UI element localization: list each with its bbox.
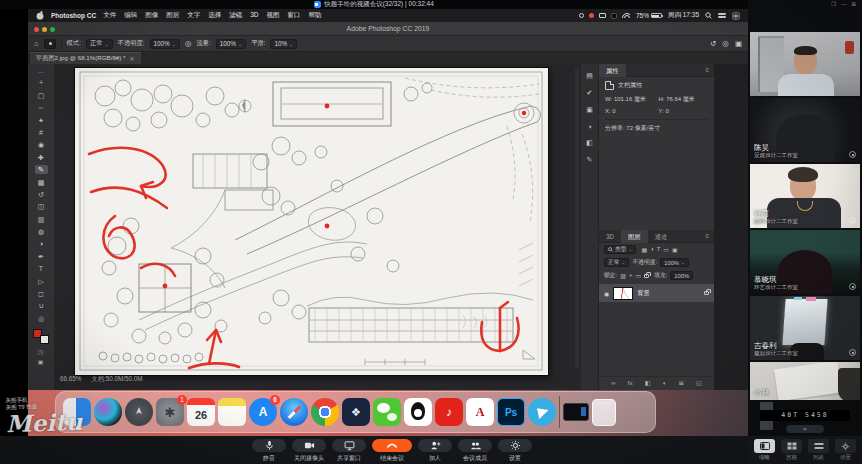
menubar-app-name[interactable]: Photoshop CC <box>51 12 96 19</box>
eraser-tool[interactable]: ◫ <box>35 202 48 211</box>
document-tab[interactable]: 平面图2.jpg @ 68.1%(RGB/8#) * ✕ <box>30 52 141 64</box>
smoothing-select[interactable]: 10%⌄ <box>270 39 297 49</box>
color-panel-icon[interactable]: ▤ <box>586 72 593 80</box>
tab-通道[interactable]: 通道 <box>648 230 675 243</box>
meeting-app-icon[interactable] <box>589 13 594 18</box>
share-screen-button[interactable]: 共享窗口 <box>332 439 366 463</box>
screen-mode-icon[interactable]: ▣ <box>38 358 45 365</box>
menu-3D[interactable]: 3D <box>250 11 258 20</box>
brush-tool[interactable]: ✎ <box>35 165 48 174</box>
participant-video-6[interactable]: 小林 <box>750 362 860 400</box>
menu-帮助[interactable]: 帮助 <box>308 11 321 20</box>
quick-select-tool[interactable]: ✦ <box>35 116 48 125</box>
new-layer-icon[interactable]: ⊞ <box>679 379 684 386</box>
adjustments-panel-icon[interactable]: ✔ <box>587 89 593 97</box>
type-layer-filter-icon[interactable]: T <box>657 246 661 253</box>
search-tool-icon[interactable]: ◎ <box>722 39 729 48</box>
color-swatches[interactable] <box>33 329 49 344</box>
history-brush-tool[interactable]: ↺ <box>35 190 48 199</box>
view-mode-grid[interactable]: 宫格 <box>781 439 802 464</box>
menu-图层[interactable]: 图层 <box>166 11 179 20</box>
mute-button[interactable]: 静音 <box>252 439 286 463</box>
lock-all-icon[interactable] <box>644 274 649 278</box>
zoom-level[interactable]: 66.65% <box>60 375 81 384</box>
mode-select[interactable]: 正常⌄ <box>86 39 113 49</box>
tab-properties[interactable]: 属性 <box>599 64 626 77</box>
menubar-clock[interactable]: 周四 17:35 <box>668 11 699 20</box>
layout-icon[interactable]: ❐ <box>831 1 836 7</box>
dodge-tool[interactable]: ◑ <box>35 239 48 248</box>
lock-artboard-icon[interactable]: ▭ <box>635 272 641 279</box>
menu-滤镜[interactable]: 滤镜 <box>229 11 242 20</box>
layer-opacity-select[interactable]: 100%⌄ <box>660 258 689 267</box>
quick-mask-icon[interactable]: ◳ <box>38 348 45 355</box>
adjustment-icon[interactable]: ◐ <box>663 380 667 386</box>
adjustment-layer-filter-icon[interactable]: ◑ <box>650 246 654 253</box>
lock-position-icon[interactable]: + <box>629 272 633 279</box>
view-mode-list[interactable]: 列表 <box>808 439 829 464</box>
rotate-view-icon[interactable]: ↺ <box>710 39 716 48</box>
members-button[interactable]: 会议成员 <box>458 439 492 463</box>
link-layers-icon[interactable]: ∞ <box>611 380 615 386</box>
background-color-swatch[interactable] <box>40 335 49 344</box>
shape-tool[interactable]: ◻ <box>35 289 48 298</box>
crop-tool[interactable]: # <box>35 128 48 137</box>
participant-video-4[interactable]: 慕晓琪环艺设计二工作室 <box>750 230 860 294</box>
dock-minimized-window[interactable] <box>563 403 589 421</box>
dock-autocad[interactable]: A <box>466 398 494 426</box>
vertical-scrollbar[interactable] <box>575 68 579 368</box>
input-method-badge[interactable]: 中 <box>732 12 740 20</box>
clone-source-panel-icon[interactable]: ◑ <box>587 123 591 130</box>
dock-chrome[interactable] <box>311 398 339 426</box>
dock-netease-music[interactable] <box>435 398 463 426</box>
dock-siri[interactable] <box>94 398 122 426</box>
end-meeting-button[interactable]: 结束会议 <box>372 439 412 463</box>
layer-filter-select[interactable]: 类型⌄ <box>604 245 636 254</box>
libraries-panel-icon[interactable]: ▣ <box>586 106 593 114</box>
pressure-opacity-icon[interactable]: ◎ <box>185 39 192 48</box>
dock-trash[interactable] <box>592 399 616 426</box>
type-tool[interactable]: T <box>35 264 48 273</box>
menu-文字[interactable]: 文字 <box>187 11 200 20</box>
menu-窗口[interactable]: 窗口 <box>287 11 300 20</box>
dock-calendar[interactable]: 26 <box>187 398 215 426</box>
menu-选择[interactable]: 选择 <box>208 11 221 20</box>
participant-video-2[interactable]: 陈昊景观设计二工作室 <box>750 98 860 162</box>
menu-视图[interactable]: 视图 <box>266 11 279 20</box>
dock-launchpad[interactable] <box>125 398 153 426</box>
dock-notes[interactable] <box>218 398 246 426</box>
tab-3D[interactable]: 3D <box>599 230 621 243</box>
display-icon[interactable] <box>599 13 606 18</box>
blur-tool[interactable]: ◍ <box>35 227 48 236</box>
delete-layer-icon[interactable]: ◱ <box>696 379 702 386</box>
blend-mode-select[interactable]: 正常⌄ <box>604 258 629 267</box>
minimize-icon[interactable]: — <box>841 1 847 7</box>
hand-tool[interactable]: ∪ <box>35 301 48 310</box>
wifi-icon[interactable] <box>622 13 630 18</box>
dock-photoshop[interactable]: Ps <box>497 398 525 426</box>
panel-menu-icon[interactable]: ≡ <box>705 67 714 73</box>
tab-图层[interactable]: 图层 <box>621 230 648 243</box>
close-tab-icon[interactable]: ✕ <box>130 55 135 62</box>
menu-编辑[interactable]: 编辑 <box>124 11 137 20</box>
airplay-icon[interactable] <box>579 13 584 18</box>
flow-select[interactable]: 100%⌄ <box>216 39 246 49</box>
path-select-tool[interactable]: ▷ <box>35 277 48 286</box>
smart-object-filter-icon[interactable]: ▣ <box>672 246 678 253</box>
dock-app-store[interactable]: 6 <box>249 398 277 426</box>
camera-button[interactable]: 关闭摄像头 <box>292 439 326 463</box>
healing-tool[interactable]: ✚ <box>35 153 48 162</box>
participant-video-3[interactable]: 诗雨园林设计二工作室 <box>750 164 860 228</box>
pen-tool[interactable]: ✒ <box>35 252 48 261</box>
fullscreen-icon[interactable]: ⊞ <box>851 1 856 7</box>
photoshop-titlebar[interactable]: Adobe Photoshop CC 2019 <box>28 22 748 36</box>
dock-wechat[interactable] <box>373 398 401 426</box>
canvas-area[interactable]: 66.65% 文档:50.0M/50.0M <box>55 64 581 390</box>
control-center-icon[interactable] <box>718 13 726 19</box>
panel-menu-icon[interactable]: ≡ <box>705 233 714 239</box>
lasso-tool[interactable]: ∽ <box>35 103 48 112</box>
pixel-layer-filter-icon[interactable]: ▦ <box>641 246 647 253</box>
dock-safari[interactable] <box>280 398 308 426</box>
dock-qq[interactable] <box>404 398 432 426</box>
home-icon[interactable]: ⌂ <box>34 39 39 48</box>
